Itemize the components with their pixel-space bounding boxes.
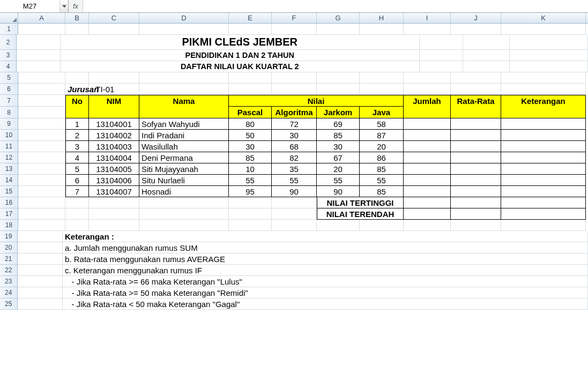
cell[interactable] xyxy=(510,61,588,72)
cell[interactable] xyxy=(18,253,63,265)
cell[interactable] xyxy=(139,84,229,95)
cell[interactable] xyxy=(18,72,65,84)
cell[interactable] xyxy=(18,95,65,107)
row-header[interactable]: 23 xyxy=(0,276,18,287)
cell[interactable] xyxy=(17,35,61,50)
notes-title[interactable]: Keterangan : xyxy=(63,231,588,242)
row-header[interactable]: 11 xyxy=(0,141,18,152)
th-no[interactable]: No xyxy=(65,95,89,107)
note-line[interactable]: - Jika Rata-rata >= 66 maka Keterangan "… xyxy=(63,276,588,287)
cell[interactable] xyxy=(18,107,65,118)
td-jumlah[interactable] xyxy=(404,130,451,141)
td-java[interactable]: 58 xyxy=(360,118,404,130)
td-no[interactable]: 1 xyxy=(65,118,89,130)
td-nama[interactable]: Deni Permana xyxy=(139,152,229,163)
cell[interactable] xyxy=(17,50,61,61)
cell[interactable] xyxy=(229,84,272,95)
jurusan-label[interactable]: Jurusan xyxy=(65,84,89,95)
cell[interactable] xyxy=(89,72,139,84)
td-algoritma[interactable]: 30 xyxy=(272,130,317,141)
td-nim[interactable]: 13104003 xyxy=(89,141,139,152)
td-no[interactable]: 7 xyxy=(65,186,89,197)
td-nim[interactable]: 13104005 xyxy=(89,163,139,175)
td-nama[interactable]: Wasilullah xyxy=(139,141,229,152)
row-header[interactable]: 20 xyxy=(0,242,18,253)
td-algoritma[interactable]: 68 xyxy=(272,141,317,152)
td-jarkom[interactable]: 69 xyxy=(317,118,360,130)
th-nilai[interactable]: Nilai xyxy=(229,95,404,107)
note-line[interactable]: c. Keterangan menggunakan rumus IF xyxy=(63,265,588,276)
td-rata[interactable] xyxy=(451,118,501,130)
td-pascal[interactable]: 95 xyxy=(229,186,272,197)
cell[interactable] xyxy=(317,24,360,35)
td-nama[interactable]: Indi Pradani xyxy=(139,130,229,141)
td-jarkom[interactable]: 67 xyxy=(317,152,360,163)
cell[interactable] xyxy=(229,220,272,231)
td-rata[interactable] xyxy=(451,175,501,186)
cell[interactable] xyxy=(463,50,510,61)
cell[interactable] xyxy=(139,72,229,84)
th-rata[interactable]: Rata-Rata xyxy=(451,95,501,107)
cell[interactable] xyxy=(501,208,586,220)
cell[interactable] xyxy=(272,72,317,84)
cell[interactable] xyxy=(18,231,63,242)
cell[interactable] xyxy=(272,197,317,208)
cell[interactable] xyxy=(65,72,89,84)
row-header[interactable]: 8 xyxy=(0,107,18,118)
cell[interactable] xyxy=(89,197,139,208)
td-ket[interactable] xyxy=(501,175,586,186)
td-nim[interactable]: 13104004 xyxy=(89,152,139,163)
cell[interactable] xyxy=(404,72,451,84)
td-ket[interactable] xyxy=(501,163,586,175)
cell[interactable] xyxy=(451,107,501,118)
title-sub2[interactable]: DAFTAR NILAI UAK KUARTAL 2 xyxy=(61,61,420,72)
cell[interactable] xyxy=(229,24,272,35)
cell[interactable] xyxy=(451,24,501,35)
cell[interactable] xyxy=(18,141,65,152)
td-ket[interactable] xyxy=(501,130,586,141)
row-header[interactable]: 14 xyxy=(0,175,18,186)
row-header[interactable]: 25 xyxy=(0,299,18,310)
td-pascal[interactable]: 10 xyxy=(229,163,272,175)
cell[interactable] xyxy=(229,197,272,208)
row-header[interactable]: 4 xyxy=(0,61,17,72)
cell[interactable] xyxy=(272,84,317,95)
col-header[interactable]: K xyxy=(501,13,586,23)
cell[interactable] xyxy=(65,208,89,220)
row-header[interactable]: 1 xyxy=(0,24,18,35)
cell[interactable] xyxy=(404,197,451,208)
td-no[interactable]: 5 xyxy=(65,163,89,175)
note-line[interactable]: a. Jumlah menggunakan rumus SUM xyxy=(63,242,588,253)
fx-icon[interactable]: fx xyxy=(71,2,80,10)
cell[interactable] xyxy=(501,197,586,208)
cell[interactable] xyxy=(510,35,588,50)
cell[interactable] xyxy=(229,72,272,84)
cell[interactable] xyxy=(229,208,272,220)
td-nim[interactable]: 13104006 xyxy=(89,175,139,186)
td-jarkom[interactable]: 90 xyxy=(317,186,360,197)
cell[interactable] xyxy=(501,72,586,84)
cell[interactable] xyxy=(272,24,317,35)
name-box[interactable]: M27 xyxy=(0,2,59,10)
td-nama[interactable]: Hosnadi xyxy=(139,186,229,197)
cell[interactable] xyxy=(139,220,229,231)
note-line[interactable]: - Jika Rata-rata >= 50 maka Keterangan "… xyxy=(63,287,588,299)
th-algoritma[interactable]: Algoritma xyxy=(272,107,317,118)
row-header[interactable]: 13 xyxy=(0,163,18,175)
row-header[interactable]: 19 xyxy=(0,231,18,242)
cell[interactable] xyxy=(18,299,63,310)
row-header[interactable]: 16 xyxy=(0,197,18,208)
col-header[interactable]: I xyxy=(404,13,451,23)
td-rata[interactable] xyxy=(451,152,501,163)
td-nama[interactable]: Situ Nurlaeli xyxy=(139,175,229,186)
cell[interactable] xyxy=(18,276,63,287)
row-header[interactable]: 15 xyxy=(0,186,18,197)
cell[interactable] xyxy=(451,208,501,220)
title-sub1[interactable]: PENDIDIKAN 1 DAN 2 TAHUN xyxy=(61,50,420,61)
td-jumlah[interactable] xyxy=(404,152,451,163)
td-pascal[interactable]: 55 xyxy=(229,175,272,186)
cell[interactable] xyxy=(18,208,65,220)
td-pascal[interactable]: 85 xyxy=(229,152,272,163)
cell[interactable] xyxy=(65,220,89,231)
cell[interactable] xyxy=(404,107,451,118)
